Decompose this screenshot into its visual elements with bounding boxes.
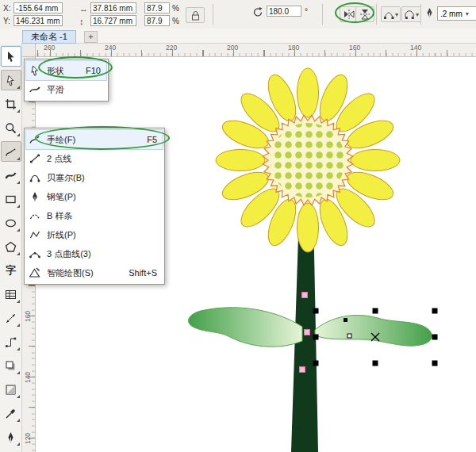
outline-pen-tool-icon bbox=[5, 431, 17, 443]
pick-tool-icon bbox=[5, 51, 17, 63]
crop-tool[interactable] bbox=[1, 94, 21, 114]
color-eyedropper-tool[interactable] bbox=[1, 403, 21, 423]
connector-tool[interactable] bbox=[1, 331, 21, 352]
curve-nodes-icon bbox=[383, 9, 394, 20]
pen-icon bbox=[28, 191, 42, 202]
outline-width-value: .2 mm bbox=[440, 10, 463, 18]
scale-lock-button[interactable] bbox=[186, 7, 205, 23]
outline-pen-tool[interactable] bbox=[1, 427, 21, 447]
close-curve-button[interactable]: ▾ bbox=[401, 6, 421, 22]
ellipse-tool-icon bbox=[5, 217, 17, 229]
document-tab-label: 未命名 -1 bbox=[31, 31, 67, 43]
flyout-item-bspline[interactable]: B 样条 bbox=[26, 206, 163, 225]
document-tab[interactable]: 未命名 -1 bbox=[22, 30, 76, 44]
polygon-tool[interactable] bbox=[1, 236, 21, 257]
separator bbox=[376, 4, 377, 25]
document-tab-bar: 未命名 -1 + bbox=[0, 29, 476, 44]
separator bbox=[322, 4, 323, 25]
y-label: Y: bbox=[3, 17, 10, 25]
shape-tool-icon bbox=[5, 75, 17, 86]
y-position-input[interactable] bbox=[13, 15, 63, 26]
dropdown-arrow-icon: ▾ bbox=[466, 10, 469, 17]
freehand-tool-icon bbox=[5, 146, 17, 158]
close-path-icon bbox=[404, 9, 415, 20]
outline-pen-icon bbox=[424, 7, 435, 20]
drop-shadow-icon bbox=[5, 360, 17, 372]
table-tool-icon bbox=[5, 289, 17, 301]
percent-sign: % bbox=[172, 4, 179, 13]
outline-width-select[interactable]: .2 mm ▾ bbox=[437, 6, 476, 21]
scale-vertical-input[interactable] bbox=[144, 15, 170, 26]
pick-tool[interactable] bbox=[1, 46, 21, 67]
zoom-tool-icon bbox=[5, 122, 17, 134]
smart-drawing-icon bbox=[28, 267, 42, 278]
flyout-item-3point-curve[interactable]: 3 点曲线(3) bbox=[26, 244, 163, 263]
object-height-icon: ↕ bbox=[79, 17, 84, 26]
text-tool-icon: 字 bbox=[6, 263, 16, 278]
rectangle-tool-icon bbox=[5, 193, 17, 205]
smooth-flyout-icon bbox=[28, 84, 42, 95]
zoom-tool[interactable] bbox=[1, 117, 21, 138]
ruler-number: 160 bbox=[24, 308, 32, 325]
polygon-tool-icon bbox=[5, 241, 17, 253]
object-height-input[interactable] bbox=[90, 15, 136, 26]
flyout-item-smooth[interactable]: 平滑 bbox=[26, 80, 106, 99]
ruler-number: 140 bbox=[24, 369, 32, 386]
flyout-item-freehand[interactable]: 手绘(F) F5 bbox=[26, 130, 163, 149]
ruler-number: 180 bbox=[288, 44, 299, 52]
transparency-tool-icon bbox=[5, 384, 17, 396]
ruler-origin-box[interactable] bbox=[22, 43, 36, 57]
flyout-item-2point-line[interactable]: 2 点线 bbox=[26, 149, 163, 168]
percent-sign: % bbox=[172, 17, 179, 25]
3point-curve-icon bbox=[28, 248, 42, 259]
2point-line-icon bbox=[28, 153, 42, 164]
bspline-icon bbox=[28, 210, 42, 221]
flyout-item-pen[interactable]: 钢笔(P) bbox=[26, 187, 163, 206]
artistic-media-tool[interactable] bbox=[1, 165, 21, 186]
x-position-input[interactable] bbox=[13, 2, 63, 13]
object-width-icon: ↔ bbox=[79, 4, 88, 13]
dimension-tool-icon bbox=[5, 312, 17, 324]
horizontal-ruler[interactable]: 260 240 220 200 180 160 140 bbox=[36, 43, 476, 57]
new-document-button[interactable]: + bbox=[84, 31, 98, 43]
flyout-item-smart-drawing[interactable]: 智能绘图(S) Shift+S bbox=[26, 263, 163, 282]
mirror-vertical-button[interactable] bbox=[355, 6, 374, 22]
curve-tool-flyout: 手绘(F) F5 2 点线 贝塞尔(B) 钢笔(P) B 样条 折线(P) bbox=[24, 128, 165, 285]
crop-tool-icon bbox=[5, 98, 17, 110]
ruler-number: 160 bbox=[349, 44, 360, 52]
toolbox: 字 bbox=[0, 43, 22, 452]
rectangle-tool[interactable] bbox=[1, 189, 21, 209]
degree-sign: ° bbox=[305, 7, 308, 16]
ruler-number: 140 bbox=[410, 44, 421, 52]
ellipse-tool[interactable] bbox=[1, 213, 21, 233]
transparency-tool[interactable] bbox=[1, 379, 21, 400]
polyline-icon bbox=[28, 229, 42, 240]
coreldraw-window: X: Y: ↔ ↕ % % ° ▾ bbox=[0, 0, 476, 452]
drop-shadow-tool[interactable] bbox=[1, 355, 21, 376]
flyout-item-shape[interactable]: 形状 F10 bbox=[26, 61, 106, 80]
dropdown-arrow-icon: ▾ bbox=[395, 11, 398, 18]
table-tool[interactable] bbox=[1, 284, 21, 305]
eyedropper-icon bbox=[5, 408, 17, 419]
shape-flyout-icon bbox=[28, 65, 42, 76]
convert-to-curve-button[interactable]: ▾ bbox=[381, 6, 401, 22]
ruler-number: 200 bbox=[227, 44, 238, 52]
ruler-number: 220 bbox=[166, 44, 177, 52]
mirror-horizontal-icon bbox=[344, 9, 355, 20]
property-bar: X: Y: ↔ ↕ % % ° ▾ bbox=[0, 0, 476, 29]
separator bbox=[420, 4, 421, 25]
freehand-tool[interactable] bbox=[1, 141, 21, 162]
scale-horizontal-input[interactable] bbox=[144, 2, 170, 13]
flyout-item-bezier[interactable]: 贝塞尔(B) bbox=[26, 168, 163, 187]
freehand-flyout-icon bbox=[28, 134, 42, 145]
x-label: X: bbox=[3, 4, 10, 13]
shape-tool[interactable] bbox=[1, 70, 21, 90]
object-width-input[interactable] bbox=[90, 2, 136, 13]
flyout-item-polyline[interactable]: 折线(P) bbox=[26, 225, 163, 244]
text-tool[interactable]: 字 bbox=[1, 260, 21, 281]
bezier-icon bbox=[28, 172, 42, 183]
separator bbox=[213, 4, 213, 25]
ruler-number: 260 bbox=[44, 44, 55, 52]
rotation-angle-input[interactable] bbox=[267, 6, 301, 17]
dimension-tool[interactable] bbox=[1, 308, 21, 328]
